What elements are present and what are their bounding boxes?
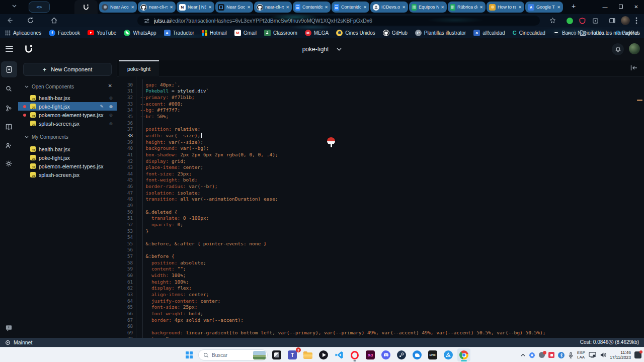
code-line[interactable]: 49 — [117, 202, 644, 209]
code-line[interactable]: 36 — [117, 120, 644, 126]
code-line[interactable]: 45 font-weight: bold; — [117, 177, 644, 184]
screen-cast-icon[interactable] — [589, 352, 596, 358]
network-label[interactable]: Mainnet — [14, 339, 32, 345]
code-line[interactable]: 38 width: var(--size); — [117, 132, 644, 139]
tab-close-icon[interactable]: ✕ — [479, 5, 483, 10]
code-line[interactable]: 51 translate: 0 -100px; — [117, 215, 644, 221]
browser-tab[interactable]: ICDevs.org✕ — [370, 2, 408, 13]
taskbar-steam-icon[interactable] — [395, 348, 408, 361]
code-line[interactable]: 46 border-radius: var(--br); — [117, 183, 644, 190]
microphone-icon[interactable] — [568, 352, 574, 358]
code-line[interactable]: 66 font-weight: bold; — [117, 310, 644, 317]
bookmark-item[interactable]: fFacebook — [49, 30, 80, 36]
tab-close-icon[interactable]: ✕ — [286, 5, 289, 10]
action-center-icon[interactable] — [634, 351, 641, 358]
address-bar[interactable]: jutsu.ai/editor?transactionHashes=6vL3ex… — [137, 16, 540, 26]
code-line[interactable]: 57 &:before { — [117, 253, 644, 259]
back-icon[interactable] — [6, 17, 14, 24]
window-maximize-button[interactable] — [613, 0, 628, 13]
browser-tab[interactable]: Equipos N✕ — [409, 2, 447, 13]
taskbar-adobe-xd-icon[interactable]: Xd — [364, 348, 377, 361]
taskbar-vscode-icon[interactable] — [333, 348, 346, 361]
tray-discord-icon[interactable] — [539, 352, 545, 358]
taskbar-discord-icon[interactable] — [379, 348, 392, 361]
tab-close-icon[interactable]: ✕ — [325, 5, 328, 10]
tray-expand-chevron-icon[interactable] — [521, 353, 525, 356]
code-line[interactable]: 43 place-items: center; — [117, 164, 644, 170]
browser-tab[interactable]: Near Accou✕ — [99, 2, 137, 13]
taskbar-photos-app-icon[interactable] — [270, 348, 283, 361]
code-line[interactable]: 58 position: absolute; — [117, 259, 644, 266]
code-line[interactable]: 35--br: 50%; — [117, 113, 644, 120]
sidebar-item-health-bar[interactable]: JShealth-bar.jsx — [18, 145, 117, 153]
browser-menu-icon[interactable] — [635, 17, 637, 25]
taskbar-blue-app-icon[interactable] — [411, 348, 424, 361]
browser-tab[interactable]: How to ra✕ — [487, 2, 524, 13]
bookmark-item[interactable]: YouTube — [88, 30, 116, 36]
browser-tab[interactable]: near-cli-rs✕ — [254, 2, 292, 13]
tray-flower-app-icon[interactable] — [529, 352, 535, 358]
tab-close-icon[interactable]: ✕ — [557, 5, 560, 10]
tab-close-icon[interactable]: ✕ — [247, 5, 251, 10]
close-file-icon[interactable]: ⊗ — [109, 96, 113, 101]
volume-icon[interactable] — [600, 352, 606, 358]
rail-version-control-icon[interactable] — [5, 105, 13, 112]
edit-pencil-icon[interactable]: ✎ — [100, 104, 104, 109]
code-line[interactable]: 70 top: 0; — [117, 336, 644, 338]
sidebar-item-splash-screen[interactable]: JSsplash-screen.jsx⊗ — [18, 119, 117, 128]
code-line[interactable]: 52 opacity: 0; — [117, 221, 644, 228]
code-line[interactable]: 54 — [117, 234, 644, 240]
taskbar-file-explorer-icon[interactable] — [301, 348, 314, 361]
code-line[interactable]: 68 — [117, 323, 644, 329]
code-line[interactable]: 53 } — [117, 228, 644, 234]
notifications-bell-icon[interactable] — [612, 43, 624, 55]
bookmark-star-icon[interactable] — [549, 17, 556, 24]
taskbar-epic-games-icon[interactable]: EPIC — [426, 348, 439, 361]
rail-library-icon[interactable] — [5, 123, 13, 131]
section-close-icon[interactable]: ✕ — [108, 83, 112, 88]
code-line[interactable]: 48 transition: all var(--animationDurati… — [117, 196, 644, 203]
keyboard-language-indicator[interactable]: ESPLAA — [577, 350, 585, 359]
sidebar-item-splash-screen[interactable]: JSsplash-screen.jsx — [18, 170, 117, 179]
code-line[interactable]: 40 background: var(--bg); — [117, 145, 644, 151]
bluetooth-icon[interactable] — [558, 352, 565, 358]
rail-files-icon[interactable] — [1, 61, 17, 77]
taskbar-blue-triangle-app-icon[interactable] — [442, 348, 455, 361]
code-line[interactable]: 60 width: 100%; — [117, 272, 644, 279]
extension-square-icon[interactable] — [592, 18, 599, 24]
tab-close-icon[interactable]: ✕ — [402, 5, 406, 10]
sidebar-item-pokemon-element-types[interactable]: JSpokemon-element-types.jsx⊗ — [18, 111, 117, 119]
bookmark-item[interactable]: aall!calidad — [473, 30, 505, 36]
taskbar-media-player-icon[interactable] — [317, 348, 330, 361]
taskbar-opera-icon[interactable] — [348, 348, 361, 361]
code-line[interactable]: 56 — [117, 247, 644, 253]
reload-icon[interactable] — [27, 17, 34, 24]
code-line[interactable]: 47 isolation: isolate; — [117, 190, 644, 196]
extension-green-icon[interactable] — [567, 18, 573, 24]
bookmark-item[interactable]: ATraductor — [164, 30, 194, 36]
sidebar-item-health-bar[interactable]: JShealth-bar.jsx⊗ — [18, 94, 117, 102]
browser-tab[interactable]: Rúbrica de✕ — [448, 2, 486, 13]
code-line[interactable]: 50 &.deleted { — [117, 209, 644, 215]
code-line[interactable]: 63 align-items: center; — [117, 291, 644, 298]
browser-profile-avatar[interactable] — [621, 16, 630, 25]
code-line[interactable]: 61 height: 100%; — [117, 279, 644, 285]
sidebar-item-pokemon-element-types[interactable]: JSpokemon-element-types.jsx — [18, 162, 117, 170]
window-close-button[interactable]: ✕ — [628, 0, 644, 13]
sidebar-item-poke-fight[interactable]: JSpoke-fight.jsx✎⊗ — [18, 102, 117, 111]
close-file-icon[interactable]: ⊗ — [109, 121, 113, 126]
component-title-chevron-icon[interactable] — [337, 48, 342, 51]
code-line[interactable]: 31 Pokeball = styled.div` — [117, 88, 644, 95]
tab-close-icon[interactable]: ✕ — [441, 5, 444, 10]
bookmark-item[interactable]: GitHub — [383, 30, 408, 36]
code-line[interactable]: 64 justify-content: center; — [117, 298, 644, 304]
browser-tab[interactable]: near-cli-rs✕ — [138, 2, 176, 13]
tab-close-icon[interactable]: ✕ — [170, 5, 173, 10]
bookmarks-overflow-chevron[interactable]: » — [568, 30, 571, 36]
code-line[interactable]: 32--primary: #f71b1b; — [117, 94, 644, 101]
code-line[interactable]: 30 gap: 40px;`, — [117, 81, 644, 88]
bookmark-item[interactable]: CCinecalidad — [513, 30, 545, 36]
rail-search-icon[interactable] — [5, 85, 13, 93]
code-line[interactable]: 39 height: var(--size); — [117, 139, 644, 145]
new-tab-button[interactable]: + — [572, 2, 576, 10]
